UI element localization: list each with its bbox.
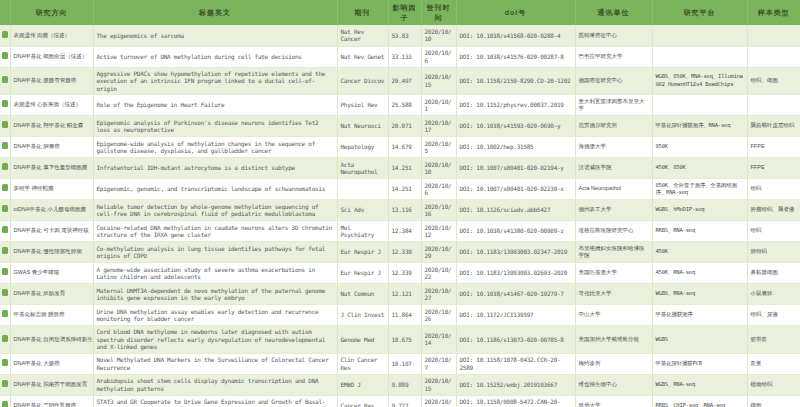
cell-title-english[interactable]: Cocaine-related DNA methylation in cauda… xyxy=(93,221,337,242)
cell-title-english[interactable]: Urine DNA methylation assay enables earl… xyxy=(93,305,337,326)
cell-publish-date[interactable]: 2020/10/10 xyxy=(421,25,456,46)
cell-publish-date[interactable]: 2020/10/15 xyxy=(421,374,456,395)
cell-institution[interactable]: 犹他大学 xyxy=(575,395,652,407)
cell-doi[interactable]: DOI: 10.1183/13993003.02693-2020 xyxy=(456,263,575,284)
cell-journal[interactable]: Genome Med xyxy=(337,326,388,354)
cell-title-english[interactable]: Infratentorial IDH-mutant astrocytoma is… xyxy=(93,158,337,179)
cell-journal[interactable]: Nat Neurosci xyxy=(337,116,388,137)
cell-sample-type[interactable]: 小鼠囊胚 xyxy=(747,284,800,305)
cell-institution[interactable]: 维也纳生物中心 xyxy=(575,374,652,395)
cell-publish-date[interactable]: 2020/10/15 xyxy=(421,395,456,407)
cell-platform[interactable]: 450K、RNA-seq xyxy=(652,263,747,284)
cell-platform[interactable] xyxy=(652,25,747,46)
cell-journal[interactable]: Nat Commun xyxy=(337,284,388,305)
cell-sample-type[interactable]: 血浆 xyxy=(747,353,800,374)
cell-impact-factor[interactable]: 12.121 xyxy=(388,284,421,305)
cell-publish-date[interactable]: 2020/10/29 xyxy=(421,242,456,263)
cell-institution[interactable]: 巴韦拉罕研究大学 xyxy=(575,46,652,67)
cell-sample-type[interactable]: 组织 xyxy=(747,221,800,242)
cell-impact-factor[interactable]: 12.339 xyxy=(388,242,421,263)
cell-journal[interactable]: Clin Cancer Res xyxy=(337,353,388,374)
cell-title-english[interactable]: Co-methylation analysis in lung tissue i… xyxy=(93,242,337,263)
cell-doi[interactable]: DOI: 10.1158/2159-8290.CD-20-1202 xyxy=(456,67,575,95)
cell-publish-date[interactable]: 2020/10/6 xyxy=(421,179,456,200)
cell-research-direction[interactable]: DNA甲基化 羟甲基化 帕金森 xyxy=(10,116,93,137)
header-impact-factor[interactable]: 影响因子 xyxy=(388,0,421,25)
cell-research-direction[interactable]: DNA甲基化 胰腺导管腺癌 xyxy=(10,67,93,95)
cell-platform[interactable]: 甲基化捕获测序 xyxy=(652,305,747,326)
cell-journal[interactable]: Cancer Discov xyxy=(337,67,388,95)
cell-publish-date[interactable]: 2020/10/10 xyxy=(421,158,456,179)
cell-institution[interactable]: 汉诺威医学院 xyxy=(575,158,652,179)
cell-institution[interactable]: 海德堡大学 xyxy=(575,137,652,158)
cell-impact-factor[interactable]: 9.727 xyxy=(388,395,421,407)
cell-institution[interactable]: 中山大学 xyxy=(575,305,652,326)
cell-journal[interactable]: Sci Adv xyxy=(337,200,388,221)
cell-journal[interactable]: Eur Respir J xyxy=(337,242,388,263)
cell-research-direction[interactable]: 表观遗传 心脏疾病（综述） xyxy=(10,95,93,116)
cell-title-english[interactable]: Role of the Epigenome in Heart Failure xyxy=(93,95,337,116)
cell-institution[interactable]: 凯特琳癌症中心 xyxy=(575,25,652,46)
cell-impact-factor[interactable]: 11.864 xyxy=(388,305,421,326)
cell-impact-factor[interactable]: 53.03 xyxy=(388,25,421,46)
cell-research-direction[interactable]: DNA甲基化 胆囊癌 xyxy=(10,137,93,158)
header-platform[interactable]: 研究平台 xyxy=(652,0,747,25)
cell-journal[interactable]: Nat Rev Genet xyxy=(337,46,388,67)
cell-research-direction[interactable]: DNA甲基化 可卡因 尾状神经核 xyxy=(10,221,93,242)
cell-title-english[interactable]: Epigenomic, genomic, and transcriptomic … xyxy=(93,179,337,200)
cell-doi[interactable]: DOI: 10.1186/s13073-020-00785-8 xyxy=(456,326,575,354)
cell-doi[interactable]: DOI: 10.1038/s41380-020-00909-z xyxy=(456,221,575,242)
cell-journal[interactable]: Mol Psychiatry xyxy=(337,221,388,242)
cell-research-direction[interactable]: 表观遗传 肉瘤（综述） xyxy=(10,25,93,46)
cell-research-direction[interactable]: DNA甲基化 大肠癌 xyxy=(10,353,93,374)
cell-publish-date[interactable]: 2020/10/14 xyxy=(421,326,456,354)
cell-impact-factor[interactable]: 10.675 xyxy=(388,326,421,354)
cell-title-english[interactable]: Cord blood DNA methylome in newborns lat… xyxy=(93,326,337,354)
cell-doi[interactable]: DOI: 10.1126/sciadv.abb5427 xyxy=(456,200,575,221)
cell-impact-factor[interactable]: 10.107 xyxy=(388,353,421,374)
cell-institution[interactable]: Acta Neuropathol xyxy=(575,179,652,200)
cell-journal[interactable]: Cancer Res xyxy=(337,395,388,407)
cell-sample-type[interactable]: 组织、细胞 xyxy=(747,67,800,95)
cell-research-direction[interactable]: DNA甲基化 拟南芥干细胞发育 xyxy=(10,374,93,395)
cell-platform[interactable]: RRBS、RNA-seq xyxy=(652,221,747,242)
cell-doi[interactable]: DOI: 10.1172/JCI139597 xyxy=(456,305,575,326)
cell-platform[interactable]: 450K xyxy=(652,242,747,263)
cell-sample-type[interactable]: 肿瘤组织、脑脊液 xyxy=(747,200,800,221)
cell-title-english[interactable]: Epigenomic analysis of Parkinson's disea… xyxy=(93,116,337,137)
cell-title-english[interactable]: Active turnover of DNA methylation durin… xyxy=(93,46,337,67)
cell-institution[interactable]: 布里格姆妇女医院和哈佛医学院 xyxy=(575,242,652,263)
cell-research-direction[interactable]: DNA甲基化 自闭症谱系障碍新生儿 xyxy=(10,326,93,354)
cell-journal[interactable] xyxy=(337,179,388,200)
cell-sample-type[interactable]: 植物组织 xyxy=(747,374,800,395)
cell-platform[interactable]: 甲基化探针捕获PCR xyxy=(652,353,747,374)
cell-platform[interactable]: WGBS xyxy=(652,326,747,354)
cell-sample-type[interactable]: 鼻粘膜细胞 xyxy=(747,263,800,284)
header-research-direction[interactable]: 研究方向 xyxy=(10,0,93,25)
cell-journal[interactable]: Hepatology xyxy=(337,137,388,158)
cell-sample-type[interactable]: 组织 xyxy=(747,179,800,200)
cell-impact-factor[interactable]: 12.384 xyxy=(388,221,421,242)
cell-title-english[interactable]: Epigenome-wide analysis of methylation c… xyxy=(93,137,337,158)
cell-research-direction[interactable]: DNA甲基化 三阴性乳腺癌 xyxy=(10,395,93,407)
cell-publish-date[interactable]: 2020/10/7 xyxy=(421,353,456,374)
cell-publish-date[interactable]: 2020/10/15 xyxy=(421,67,456,95)
cell-sample-type[interactable]: 组织、尿液 xyxy=(747,305,800,326)
cell-sample-type[interactable]: FFPE xyxy=(747,158,800,179)
cell-sample-type[interactable]: 脑前额叶皮层组织 xyxy=(747,116,800,137)
cell-doi[interactable]: DOI: 10.1152/physrev.00037.2019 xyxy=(456,95,575,116)
cell-impact-factor[interactable]: 12.339 xyxy=(388,263,421,284)
cell-impact-factor[interactable]: 14.251 xyxy=(388,158,421,179)
cell-institution[interactable]: 范安德尔研究所 xyxy=(575,116,652,137)
cell-journal[interactable]: EMBO J xyxy=(337,374,388,395)
cell-publish-date[interactable]: 2020/10/27 xyxy=(421,284,456,305)
cell-institution[interactable]: 美国匹兹堡大学 xyxy=(575,263,652,284)
cell-journal[interactable]: J Clin Invest xyxy=(337,305,388,326)
cell-publish-date[interactable]: 2020/10/17 xyxy=(421,116,456,137)
cell-platform[interactable]: WGBS、RNA-seq xyxy=(652,374,747,395)
cell-doi[interactable]: DOI: 10.1007/s00401-020-02230-x xyxy=(456,179,575,200)
cell-sample-type[interactable]: FFPE xyxy=(747,137,800,158)
cell-publish-date[interactable]: 2020/10/1 xyxy=(421,95,456,116)
cell-doi[interactable]: DOI: 10.1158/1078-0432.CCR-20-2589 xyxy=(456,353,575,374)
cell-platform[interactable]: 850K、全外显子测序、全基因组测序、RNA-seq xyxy=(652,179,747,200)
